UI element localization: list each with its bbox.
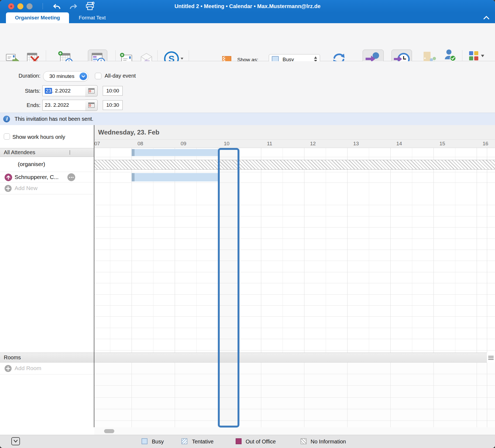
tab-organiser-meeting[interactable]: Organiser Meeting bbox=[6, 12, 69, 23]
ends-date-picker-button[interactable] bbox=[85, 99, 98, 111]
chevron-down-icon bbox=[80, 73, 87, 80]
meeting-window: Untitled 2 • Meeting • Calendar • Max.Mu… bbox=[0, 0, 495, 448]
grid-date-header: Wednesday, 23. Feb bbox=[94, 125, 495, 140]
starts-date-field[interactable]: 23. 2.2022 bbox=[42, 85, 85, 96]
all-attendees-header: All Attendees bbox=[0, 148, 94, 157]
hour-label: 12 bbox=[310, 141, 316, 147]
starts-label: Starts: bbox=[0, 88, 40, 94]
ribbon-collapse-chevron-icon[interactable] bbox=[483, 15, 490, 21]
meeting-time-selection[interactable] bbox=[218, 148, 239, 428]
attendee-row[interactable]: Schnupperer, C... bbox=[0, 172, 94, 182]
rooms-splitter-grip-icon[interactable] bbox=[488, 356, 494, 361]
hour-label: 09 bbox=[181, 141, 186, 147]
no-information-hatch-organiser bbox=[94, 160, 495, 170]
organiser-row[interactable]: (organiser) bbox=[0, 157, 94, 172]
hour-label: 13 bbox=[353, 141, 359, 147]
info-icon: i bbox=[3, 116, 10, 122]
hour-label: 11 bbox=[267, 141, 272, 147]
hour-label: 07 bbox=[94, 141, 100, 147]
column-resize-handle[interactable] bbox=[70, 150, 70, 155]
legend-out-of-office-label: Out of Office bbox=[246, 439, 276, 445]
chevron-down-icon bbox=[13, 439, 19, 444]
infobar: i This invitation has not been sent. bbox=[0, 113, 495, 126]
duration-label: Duration: bbox=[0, 73, 40, 79]
rooms-grid[interactable] bbox=[94, 363, 495, 427]
tab-format-text[interactable]: Format Text bbox=[73, 12, 112, 23]
starts-date-rest: . 2.2022 bbox=[52, 88, 71, 94]
attendee-name: Schnupperer, C... bbox=[15, 174, 59, 180]
hour-label: 15 bbox=[439, 141, 445, 147]
scrollbar-thumb[interactable] bbox=[104, 429, 114, 433]
ribbon-tabbar: Organiser Meeting Format Text bbox=[0, 12, 495, 23]
grid-row-line bbox=[94, 172, 495, 172]
hour-label: 16 bbox=[483, 141, 488, 147]
availability-grid[interactable] bbox=[94, 148, 495, 353]
hour-label: 08 bbox=[138, 141, 143, 147]
categorize-caret-icon[interactable] bbox=[481, 53, 484, 58]
show-work-hours-checkbox[interactable] bbox=[4, 133, 10, 140]
starts-date-picker-button[interactable] bbox=[85, 85, 98, 97]
hour-label: 14 bbox=[396, 141, 402, 147]
attendee-options-button[interactable] bbox=[67, 173, 75, 181]
add-new-row[interactable]: Add New bbox=[0, 182, 94, 194]
legend-no-information-swatch bbox=[301, 438, 307, 444]
grid-row-line bbox=[94, 157, 495, 157]
add-icon bbox=[5, 365, 12, 372]
categorize-button[interactable] bbox=[469, 51, 479, 61]
all-day-checkbox[interactable] bbox=[95, 73, 101, 79]
add-new-label: Add New bbox=[15, 185, 37, 191]
ends-label: Ends: bbox=[0, 102, 40, 108]
starts-day-selected: 23 bbox=[45, 88, 52, 94]
infobar-message: This invitation has not been sent. bbox=[15, 116, 93, 122]
hour-label: 10 bbox=[224, 141, 229, 147]
duration-select[interactable]: 30 minutes bbox=[43, 71, 88, 81]
rooms-header: Rooms bbox=[0, 353, 94, 363]
titlebar: Untitled 2 • Meeting • Calendar • Max.Mu… bbox=[0, 0, 495, 12]
duration-value: 30 minutes bbox=[49, 73, 74, 79]
collapse-rooms-button[interactable] bbox=[11, 437, 20, 445]
grid-empty-rows bbox=[94, 194, 495, 353]
grid-row-line bbox=[94, 182, 495, 183]
ribbon: Send Cancel bbox=[0, 23, 495, 61]
starts-time-field[interactable]: 10:00 bbox=[103, 86, 123, 96]
ends-date-field[interactable]: 23. 2.2022 bbox=[42, 100, 85, 111]
legend-busy-label: Busy bbox=[152, 439, 164, 445]
attendees-panel: Show work hours only All Attendees (orga… bbox=[0, 125, 94, 427]
legend-tentative-swatch bbox=[181, 438, 187, 444]
legend-tentative-label: Tentative bbox=[192, 439, 214, 445]
busy-bar-edge bbox=[132, 149, 135, 156]
organiser-label: (organiser) bbox=[18, 161, 45, 167]
legend-no-information-label: No Information bbox=[311, 439, 346, 445]
legend-out-of-office-swatch bbox=[236, 438, 242, 444]
required-attendee-icon bbox=[5, 174, 12, 181]
window-title: Untitled 2 • Meeting • Calendar • Max.Mu… bbox=[0, 0, 495, 12]
show-work-hours-label: Show work hours only bbox=[12, 134, 65, 140]
legend-busy-swatch bbox=[142, 438, 147, 444]
meeting-form: Duration: 30 minutes All-day event Start… bbox=[0, 61, 495, 113]
ends-time-field[interactable]: 10:30 bbox=[103, 100, 123, 110]
rooms-header-grid bbox=[94, 353, 487, 363]
all-day-label: All-day event bbox=[105, 73, 136, 79]
busy-bar-attendee bbox=[132, 173, 218, 181]
add-room-label: Add Room bbox=[15, 365, 41, 371]
add-icon bbox=[5, 185, 12, 192]
add-room-row[interactable]: Add Room bbox=[0, 363, 94, 374]
horizontal-scrollbar[interactable] bbox=[94, 427, 495, 435]
calendar-icon bbox=[88, 88, 95, 94]
calendar-icon bbox=[88, 102, 95, 108]
hour-labels-row: 07 08 09 10 11 12 13 14 15 16 bbox=[94, 140, 495, 148]
busy-bar-all-attendees bbox=[132, 149, 218, 156]
busy-bar-edge bbox=[132, 173, 135, 181]
